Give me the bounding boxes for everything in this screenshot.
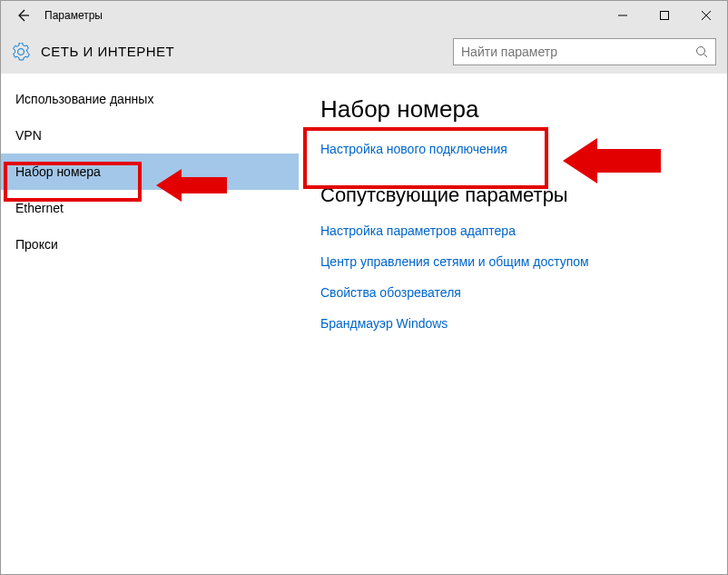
sidebar-item-label: VPN xyxy=(15,128,42,143)
link-adapter-settings[interactable]: Настройка параметров адаптера xyxy=(320,223,705,238)
sidebar-item-proxy[interactable]: Прокси xyxy=(1,226,299,263)
maximize-button[interactable] xyxy=(644,1,685,30)
minimize-icon xyxy=(618,11,627,20)
sidebar: Использование данных VPN Набор номера Et… xyxy=(1,74,299,574)
link-network-sharing-center[interactable]: Центр управления сетями и общим доступом xyxy=(320,254,705,269)
sidebar-item-ethernet[interactable]: Ethernet xyxy=(1,190,299,226)
window-title: Параметры xyxy=(44,9,103,22)
main-panel: Набор номера Настройка нового подключени… xyxy=(299,74,727,574)
back-button[interactable] xyxy=(8,1,37,30)
window-controls xyxy=(602,1,727,30)
svg-point-1 xyxy=(697,46,705,55)
svg-rect-0 xyxy=(661,12,669,20)
search-icon xyxy=(695,45,708,58)
close-button[interactable] xyxy=(685,1,727,30)
minimize-button[interactable] xyxy=(602,1,644,30)
page-title: СЕТЬ И ИНТЕРНЕТ xyxy=(41,44,174,59)
sidebar-item-dialup[interactable]: Набор номера xyxy=(1,154,299,190)
related-heading: Сопутсвующие параметры xyxy=(320,183,705,207)
sidebar-item-vpn[interactable]: VPN xyxy=(1,117,299,154)
header: СЕТЬ И ИНТЕРНЕТ xyxy=(1,30,727,74)
maximize-icon xyxy=(660,11,669,20)
titlebar: Параметры xyxy=(1,1,727,30)
close-icon xyxy=(702,11,711,20)
content-area: Использование данных VPN Набор номера Et… xyxy=(1,74,727,574)
sidebar-item-label: Набор номера xyxy=(15,164,101,179)
sidebar-item-data-usage[interactable]: Использование данных xyxy=(1,81,299,117)
link-new-connection[interactable]: Настройка нового подключения xyxy=(320,142,705,156)
link-windows-firewall[interactable]: Брандмауэр Windows xyxy=(320,316,705,331)
search-box[interactable] xyxy=(453,38,716,65)
gear-icon xyxy=(12,43,30,61)
main-heading: Набор номера xyxy=(320,95,705,124)
arrow-left-icon xyxy=(15,8,30,23)
link-internet-options[interactable]: Свойства обозревателя xyxy=(320,285,705,300)
sidebar-item-label: Использование данных xyxy=(15,92,153,106)
sidebar-item-label: Ethernet xyxy=(15,201,64,215)
sidebar-item-label: Прокси xyxy=(15,237,58,252)
search-input[interactable] xyxy=(461,45,695,59)
